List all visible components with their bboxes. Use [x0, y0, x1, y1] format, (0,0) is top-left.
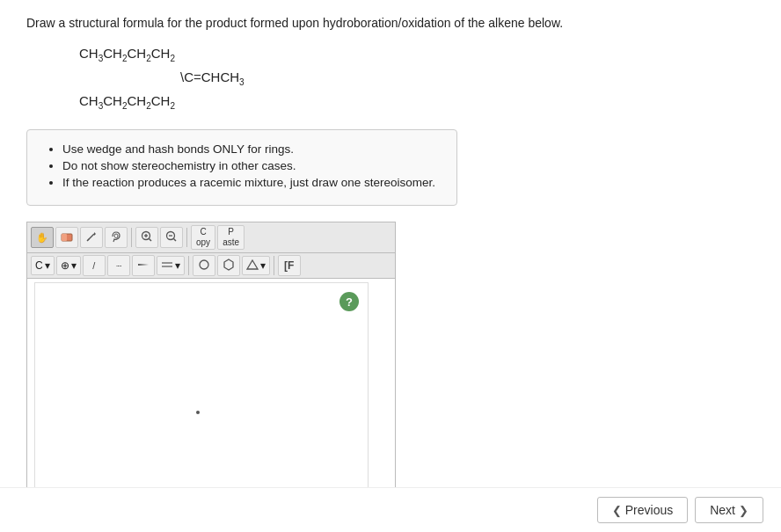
copy-label-bot: opy	[196, 237, 210, 248]
chemdoodle-widget: ✋	[26, 222, 396, 530]
paste-btn[interactable]: P aste	[217, 225, 245, 250]
molecule-display: CH3CH2CH2CH2 \C=CHCH3 CH3CH2CH2CH2	[79, 42, 755, 113]
toolbar-row2: C ▾ ⊕ ▾ / ····	[27, 253, 395, 279]
copy-btn[interactable]: C opy	[191, 225, 215, 250]
help-button[interactable]: ?	[339, 292, 359, 311]
toolbar-row1: ✋	[27, 222, 395, 253]
prev-arrow-icon: ❮	[612, 504, 622, 517]
hexagon-icon	[223, 259, 235, 273]
help-icon: ?	[346, 295, 353, 309]
drawing-canvas[interactable]: ?	[34, 282, 369, 511]
molecule-line3: CH3CH2CH2CH2	[79, 90, 755, 113]
bracket-icon: [F	[284, 259, 294, 272]
page-container: Draw a structural formula for the produc…	[0, 0, 781, 532]
svg-rect-1	[62, 234, 67, 241]
atom-dropdown[interactable]: ⊕ ▾	[56, 256, 81, 275]
bracket-btn[interactable]: [F	[278, 255, 301, 276]
hexagon-btn[interactable]	[217, 255, 240, 276]
dash-bond-btn[interactable]: ····	[107, 255, 130, 276]
canvas-dot	[196, 411, 200, 414]
carbon-arrow: ▾	[45, 259, 50, 272]
hand-icon: ✋	[36, 232, 48, 244]
carbon-label: C	[35, 259, 43, 272]
copy-label-top: C	[200, 227, 206, 237]
zoom-out-btn[interactable]	[160, 227, 183, 248]
toolbar-sep4	[274, 256, 274, 275]
svg-line-11	[174, 239, 177, 242]
lasso-icon	[110, 230, 122, 244]
instruction-item-3: If the reaction produces a racemic mixtu…	[62, 176, 439, 189]
previous-button[interactable]: ❮ Previous	[597, 497, 688, 523]
next-button[interactable]: Next ❯	[695, 497, 763, 523]
svg-marker-3	[94, 232, 96, 236]
double-bond-icon	[161, 259, 173, 273]
molecule-line2: \C=CHCH3	[158, 66, 755, 90]
erase-tool-btn[interactable]	[55, 227, 78, 248]
hand-tool-btn[interactable]: ✋	[31, 227, 54, 248]
instructions-list: Use wedge and hash bonds ONLY for rings.…	[45, 142, 439, 189]
triangle-icon	[246, 259, 259, 273]
lasso-tool-btn[interactable]	[105, 227, 128, 248]
toolbar-sep2	[186, 228, 187, 247]
svg-marker-17	[247, 260, 258, 269]
single-bond-icon: /	[92, 260, 95, 271]
svg-marker-12	[138, 264, 149, 266]
erase-icon	[61, 230, 73, 244]
instructions-box: Use wedge and hash bonds ONLY for rings.…	[26, 129, 457, 206]
wedge-bond-icon	[137, 259, 150, 273]
single-bond-btn[interactable]: /	[83, 255, 106, 276]
instruction-item-1: Use wedge and hash bonds ONLY for rings.	[62, 142, 439, 156]
previous-label: Previous	[625, 503, 673, 517]
paste-label-bot: aste	[223, 237, 239, 248]
next-label: Next	[710, 503, 735, 517]
bond-type-dropdown[interactable]: ▾	[157, 256, 185, 275]
bond-arrow: ▾	[175, 259, 180, 272]
toolbar-sep3	[188, 256, 189, 275]
paste-label-top: P	[228, 227, 234, 237]
shape-arrow: ▾	[260, 259, 266, 272]
atom-arrow: ▾	[71, 259, 77, 272]
next-arrow-icon: ❯	[739, 504, 748, 517]
svg-line-8	[150, 239, 152, 242]
question-text: Draw a structural formula for the produc…	[26, 16, 755, 30]
svg-line-4	[87, 239, 89, 241]
zoom-in-btn[interactable]	[135, 227, 158, 248]
pen-tool-btn[interactable]	[80, 227, 103, 248]
dash-bond-icon: ····	[116, 261, 121, 270]
wedge-bond-btn[interactable]	[132, 255, 155, 276]
zoom-out-icon	[165, 230, 178, 244]
canvas-container[interactable]: ?	[31, 282, 391, 511]
svg-marker-16	[224, 259, 233, 270]
toolbar-sep1	[131, 228, 132, 247]
pen-icon	[85, 230, 98, 244]
circle-icon	[198, 259, 210, 273]
nav-footer: ❮ Previous Next ❯	[0, 487, 781, 532]
instruction-item-2: Do not show stereochemistry in other cas…	[62, 159, 439, 172]
atom-plus-icon: ⊕	[61, 259, 69, 272]
circle-btn[interactable]	[193, 255, 215, 276]
carbon-dropdown[interactable]: C ▾	[31, 256, 55, 275]
molecule-line1: CH3CH2CH2CH2	[79, 42, 755, 66]
shape-dropdown[interactable]: ▾	[242, 256, 270, 275]
zoom-in-icon	[141, 230, 153, 244]
svg-point-15	[200, 260, 208, 269]
svg-line-2	[88, 234, 94, 240]
